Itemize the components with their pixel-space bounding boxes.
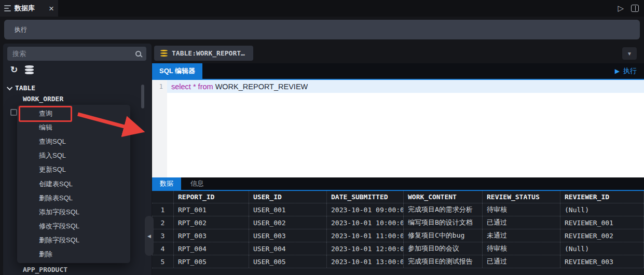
table-cell[interactable]: (Null) [560, 242, 644, 255]
table-cell[interactable]: RPT_002 [174, 216, 249, 229]
tab-database[interactable]: 数据库 × [0, 0, 58, 17]
table-cell[interactable]: REVIEWER_003 [560, 255, 644, 268]
table-cell[interactable]: USER_004 [249, 242, 327, 255]
table-cell[interactable]: (Null) [560, 203, 644, 216]
top-tab-bar: 数据库 × ▷ [0, 0, 644, 17]
table-cell[interactable]: 待审核 [483, 203, 560, 216]
editor-tab-bar: SQL 编辑器 ▶ 执行 [152, 63, 644, 80]
table-row[interactable]: 1RPT_001USER_0012023-10-01 09:00:00.完成项目… [152, 203, 644, 216]
table-cell[interactable]: 2023-10-01 09:00:00. [327, 203, 404, 216]
table-row[interactable]: 2RPT_002USER_0022023-10-01 10:00:00.编写项目… [152, 216, 644, 229]
table-cell[interactable]: USER_002 [249, 216, 327, 229]
table-cell[interactable]: 参加项目D的会议 [404, 242, 483, 255]
tab-database-label: 数据库 [15, 4, 35, 13]
table-cell[interactable]: 编写项目B的设计文档 [404, 216, 483, 229]
panel-lines-icon [4, 5, 11, 11]
table-cell[interactable]: 修复项目C中的bug [404, 229, 483, 242]
column-header[interactable]: REVIEWER_ID [560, 191, 644, 203]
table-cell[interactable]: REVIEWER_002 [560, 229, 644, 242]
split-editor-icon[interactable] [631, 5, 639, 12]
search-box[interactable] [7, 47, 146, 61]
table-cell[interactable]: USER_005 [249, 255, 327, 268]
table-cell[interactable]: 2023-10-01 12:00:00. [327, 242, 404, 255]
menu-item-9[interactable]: 修改字段SQL [17, 219, 130, 233]
tab-close-icon[interactable]: × [49, 4, 54, 13]
table-cell[interactable]: RPT_005 [174, 255, 249, 268]
command-bar-label: 执行 [15, 25, 27, 34]
table-cell[interactable]: 2023-10-01 13:00:00. [327, 255, 404, 268]
table-cell[interactable]: 完成项目E的测试报告 [404, 255, 483, 268]
sidebar-scrollbar[interactable] [141, 85, 144, 108]
table-cell[interactable]: 未通过 [483, 229, 560, 242]
table-row[interactable]: 3RPT_003USER_0032023-10-01 11:00:00.修复项目… [152, 229, 644, 242]
grid-header: REPORT_IDUSER_IDDATE_SUBMITTEDWORK_CONTE… [152, 191, 644, 203]
sql-code-line[interactable]: select * from WORK_REPORT_REVIEW [167, 80, 644, 93]
chip-dropdown-button[interactable]: ▼ [622, 47, 637, 60]
row-number: 1 [152, 203, 174, 216]
table-row[interactable]: 5RPT_005USER_0052023-10-01 13:00:00.完成项目… [152, 255, 644, 268]
table-cell[interactable]: 已通过 [483, 216, 560, 229]
search-icon[interactable] [135, 51, 141, 57]
command-bar[interactable]: 执行 [4, 20, 640, 39]
table-cell[interactable]: 2023-10-01 11:00:00. [327, 229, 404, 242]
row-number: 3 [152, 229, 174, 242]
sql-keyword: from [198, 82, 213, 91]
table-cell[interactable]: 已通过 [483, 255, 560, 268]
refresh-icon[interactable]: ↻ [10, 65, 18, 74]
table-cell[interactable]: 2023-10-01 10:00:00. [327, 216, 404, 229]
menu-item-6[interactable]: 创建表SQL [17, 177, 130, 191]
main-panel: TABLE:WORK_REPORT… ▼ SQL 编辑器 ▶ 执行 1 sele… [152, 44, 644, 275]
tree-section-label: TABLE [15, 84, 35, 92]
database-icon[interactable] [25, 65, 34, 74]
results-grid: REPORT_IDUSER_IDDATE_SUBMITTEDWORK_CONTE… [152, 190, 644, 275]
menu-item-11[interactable]: 删除 [17, 248, 130, 262]
row-number: 5 [152, 255, 174, 268]
table-cell[interactable]: 待审核 [483, 242, 560, 255]
table-cell[interactable]: REVIEWER_001 [560, 216, 644, 229]
row-number: 2 [152, 216, 174, 229]
column-header[interactable]: REPORT_ID [174, 191, 249, 203]
table-cell[interactable]: USER_003 [249, 229, 327, 242]
table-cell[interactable]: RPT_003 [174, 229, 249, 242]
tab-info[interactable]: 信息 [181, 177, 213, 190]
menu-item-4[interactable]: 插入SQL [17, 149, 130, 163]
open-table-chip-label: TABLE:WORK_REPORT… [172, 49, 245, 57]
sidebar-collapse-handle[interactable]: ◀ [145, 216, 154, 256]
sql-editor[interactable]: 1 select * from WORK_REPORT_REVIEW [152, 80, 644, 177]
run-sql-label: 执行 [623, 66, 637, 76]
tree-item-work-order[interactable]: WORK_ORDER [23, 95, 63, 103]
editor-gutter: 1 [152, 80, 167, 177]
column-header[interactable]: DATE_SUBMITTED [327, 191, 404, 203]
table-cell[interactable]: RPT_001 [174, 203, 249, 216]
run-sql-button[interactable]: ▶ 执行 [608, 63, 644, 79]
menu-item-5[interactable]: 更新SQL [17, 163, 130, 177]
open-table-chip[interactable]: TABLE:WORK_REPORT… [154, 46, 253, 61]
annotation-highlight-box [19, 106, 72, 122]
sql-table-name: WORK_REPORT_REVIEW [215, 82, 308, 91]
column-header[interactable]: WORK_CONTENT [404, 191, 483, 203]
column-header[interactable]: USER_ID [249, 191, 327, 203]
table-db-icon [160, 50, 168, 57]
row-number: 4 [152, 242, 174, 255]
table-cell[interactable]: USER_001 [249, 203, 327, 216]
table-row[interactable]: 4RPT_004USER_0042023-10-01 12:00:00.参加项目… [152, 242, 644, 255]
sql-keyword: select [171, 82, 191, 91]
menu-item-3[interactable]: 查询SQL [17, 134, 130, 148]
menu-item-10[interactable]: 删除字段SQL [17, 233, 130, 248]
grid-body: 1RPT_001USER_0012023-10-01 09:00:00.完成项目… [152, 203, 644, 268]
grid-corner [152, 191, 174, 203]
run-panel-icon[interactable]: ▷ [618, 4, 624, 13]
table-cell[interactable]: RPT_004 [174, 242, 249, 255]
tab-sql-editor[interactable]: SQL 编辑器 [152, 63, 202, 79]
tree-section-table[interactable]: TABLE [8, 84, 35, 92]
menu-item-2[interactable]: 编辑 [17, 120, 130, 134]
chevron-down-icon [7, 84, 12, 90]
tab-data[interactable]: 数据 [152, 177, 181, 190]
tree-item-app-product[interactable]: APP_PRODUCT [23, 266, 67, 273]
menu-item-8[interactable]: 添加字段SQL [17, 205, 130, 219]
play-icon: ▶ [615, 67, 620, 75]
menu-item-7[interactable]: 删除表SQL [17, 191, 130, 205]
column-header[interactable]: REVIEW_STATUS [483, 191, 560, 203]
search-input[interactable] [12, 50, 135, 58]
table-cell[interactable]: 完成项目A的需求分析 [404, 203, 483, 216]
